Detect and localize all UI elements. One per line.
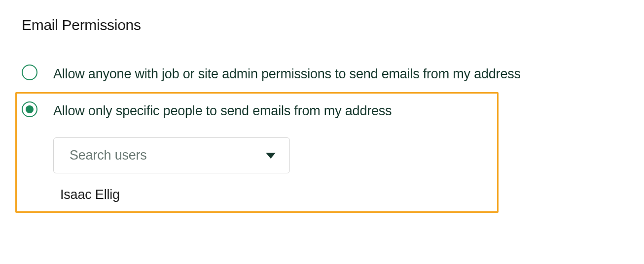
radio-option-anyone[interactable]: Allow anyone with job or site admin perm… — [22, 62, 622, 86]
email-permissions-radio-group: Allow anyone with job or site admin perm… — [22, 62, 622, 213]
radio-option-body: Allow anyone with job or site admin perm… — [53, 64, 521, 85]
chevron-down-icon — [266, 153, 276, 159]
search-placeholder: Search users — [70, 148, 147, 163]
search-users-dropdown[interactable]: Search users — [53, 137, 290, 173]
radio-circle-anyone[interactable] — [22, 65, 37, 80]
radio-circle-specific[interactable] — [22, 101, 37, 117]
radio-option-body: Allow only specific people to send email… — [53, 100, 392, 202]
selected-user-item: Isaac Ellig — [60, 187, 392, 202]
radio-option-specific[interactable]: Allow only specific people to send email… — [15, 92, 499, 213]
radio-label-specific: Allow only specific people to send email… — [53, 100, 392, 122]
radio-label-anyone: Allow anyone with job or site admin perm… — [53, 64, 521, 85]
section-title: Email Permissions — [22, 17, 622, 33]
